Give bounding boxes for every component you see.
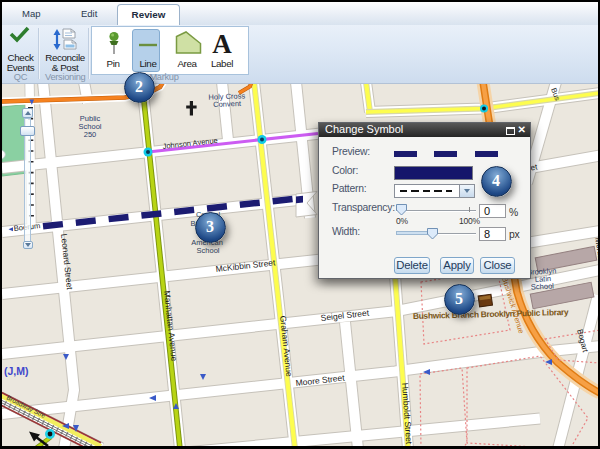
svg-text:Convent: Convent (213, 99, 242, 109)
svg-text:250: 250 (84, 130, 97, 139)
svg-text:School: School (197, 246, 220, 255)
svg-text:(J,M): (J,M) (4, 365, 29, 377)
svg-text:School: School (531, 281, 555, 291)
svg-text:A: A (212, 29, 232, 59)
